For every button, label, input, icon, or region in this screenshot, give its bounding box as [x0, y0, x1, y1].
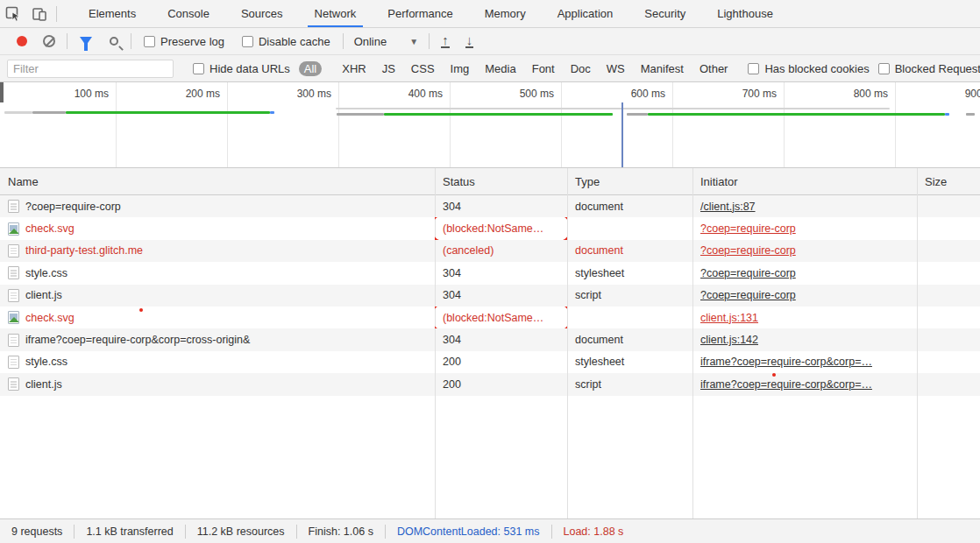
panel-tab-application[interactable]: Application: [545, 0, 626, 27]
import-har-icon[interactable]: ↑: [441, 35, 450, 48]
column-header-type[interactable]: Type: [567, 175, 692, 188]
column-divider[interactable]: [567, 168, 568, 518]
table-row[interactable]: iframe?coep=require-corp&corp=cross-orig…: [0, 328, 980, 350]
request-status-cell[interactable]: 304: [435, 262, 567, 284]
table-row[interactable]: style.css 304 stylesheet ?coep=require-c…: [0, 262, 980, 284]
filter-type-manifest[interactable]: Manifest: [641, 62, 684, 75]
request-size-cell[interactable]: [917, 285, 980, 307]
table-row[interactable]: check.svg (blocked:NotSame… ?coep=requir…: [0, 217, 980, 239]
checkbox-box[interactable]: [144, 36, 155, 47]
request-size-cell[interactable]: [917, 307, 980, 328]
request-type-cell[interactable]: stylesheet: [567, 351, 692, 373]
disable-cache-checkbox[interactable]: Disable cache: [242, 35, 330, 48]
filter-type-other[interactable]: Other: [699, 62, 728, 75]
table-row[interactable]: style.css 200 stylesheet iframe?coep=req…: [0, 351, 980, 373]
overview-left-handle[interactable]: [0, 82, 4, 102]
request-size-cell[interactable]: [917, 328, 980, 350]
request-initiator-cell[interactable]: /client.js:87: [692, 195, 917, 217]
request-initiator-cell[interactable]: ?coep=require-corp: [692, 217, 917, 239]
filter-type-js[interactable]: JS: [382, 62, 395, 75]
filter-input[interactable]: [7, 60, 174, 78]
checkbox-box[interactable]: [242, 36, 253, 47]
request-type-cell[interactable]: document: [567, 195, 692, 217]
initiator-link[interactable]: iframe?coep=require-corp&corp=…: [700, 356, 872, 368]
request-size-cell[interactable]: [917, 351, 980, 373]
initiator-link[interactable]: iframe?coep=require-corp&corp=…: [700, 378, 872, 391]
request-size-cell[interactable]: [917, 195, 980, 217]
request-size-cell[interactable]: [917, 262, 980, 284]
column-header-size[interactable]: Size: [917, 175, 980, 188]
filter-type-ws[interactable]: WS: [607, 62, 625, 75]
table-row[interactable]: client.js 304 script ?coep=require-corp: [0, 285, 980, 307]
has-blocked-cookies-checkbox[interactable]: Has blocked cookies: [748, 62, 869, 75]
request-name-cell[interactable]: check.svg: [0, 307, 435, 328]
request-type-cell[interactable]: document: [567, 328, 692, 350]
column-header-name[interactable]: Name: [0, 175, 435, 188]
filter-type-img[interactable]: Img: [451, 62, 470, 75]
request-name-cell[interactable]: style.css: [0, 351, 435, 373]
panel-tab-console[interactable]: Console: [155, 0, 222, 27]
table-row[interactable]: ?coep=require-corp 304 document /client.…: [0, 195, 980, 217]
table-row[interactable]: check.svg (blocked:NotSame… client.js:13…: [0, 307, 980, 328]
filter-type-xhr[interactable]: XHR: [342, 62, 366, 75]
column-divider[interactable]: [692, 168, 693, 518]
initiator-link[interactable]: ?coep=require-corp: [700, 222, 796, 235]
filter-type-all[interactable]: All: [299, 61, 322, 76]
record-network-log-icon[interactable]: [17, 36, 27, 46]
request-initiator-cell[interactable]: ?coep=require-corp: [692, 285, 917, 307]
request-name-cell[interactable]: style.css: [0, 262, 435, 284]
filter-funnel-icon[interactable]: [80, 37, 92, 46]
request-status-cell[interactable]: 200: [435, 373, 567, 395]
clear-network-log-icon[interactable]: [43, 35, 55, 47]
network-overview-timeline[interactable]: 100 ms200 ms300 ms400 ms500 ms600 ms700 …: [0, 82, 980, 168]
filter-type-css[interactable]: CSS: [411, 62, 435, 75]
column-header-initiator[interactable]: Initiator: [692, 175, 917, 188]
column-divider[interactable]: [435, 168, 436, 518]
filter-type-media[interactable]: Media: [485, 62, 515, 75]
request-size-cell[interactable]: [917, 240, 980, 262]
request-type-cell[interactable]: stylesheet: [567, 262, 692, 284]
request-name-cell[interactable]: client.js: [0, 285, 435, 307]
request-type-cell[interactable]: [567, 307, 692, 328]
table-row[interactable]: third-party-test.glitch.me (canceled) do…: [0, 240, 980, 262]
request-size-cell[interactable]: [917, 217, 980, 239]
request-initiator-cell[interactable]: client.js:131: [692, 307, 917, 328]
initiator-link[interactable]: ?coep=require-corp: [700, 244, 796, 257]
table-row[interactable]: client.js 200 script iframe?coep=require…: [0, 373, 980, 395]
checkbox-box[interactable]: [748, 63, 759, 74]
request-status-cell[interactable]: 304: [435, 328, 567, 350]
hide-data-urls-checkbox[interactable]: Hide data URLs: [193, 62, 290, 75]
column-divider[interactable]: [917, 168, 918, 518]
request-name-cell[interactable]: check.svg: [0, 217, 435, 239]
checkbox-box[interactable]: [878, 63, 890, 74]
initiator-link[interactable]: client.js:131: [700, 312, 758, 324]
request-status-cell[interactable]: 304: [435, 195, 567, 217]
device-toolbar-icon[interactable]: [26, 3, 53, 25]
request-status-cell[interactable]: 304: [435, 285, 567, 307]
checkbox-box[interactable]: [193, 63, 204, 74]
panel-tab-lighthouse[interactable]: Lighthouse: [705, 0, 785, 27]
inspect-element-icon[interactable]: [0, 3, 26, 25]
request-status-cell[interactable]: (blocked:NotSame…: [435, 217, 567, 239]
initiator-link[interactable]: /client.js:87: [700, 201, 756, 213]
request-initiator-cell[interactable]: ?coep=require-corp: [692, 262, 917, 284]
request-initiator-cell[interactable]: ?coep=require-corp: [692, 240, 917, 262]
request-name-cell[interactable]: third-party-test.glitch.me: [0, 240, 435, 262]
request-size-cell[interactable]: [917, 373, 980, 395]
request-initiator-cell[interactable]: iframe?coep=require-corp&corp=…: [692, 351, 917, 373]
column-header-status[interactable]: Status: [435, 175, 567, 188]
filter-type-font[interactable]: Font: [532, 62, 555, 75]
request-status-cell[interactable]: 200: [435, 351, 567, 373]
search-icon[interactable]: [110, 37, 118, 46]
request-status-cell[interactable]: (blocked:NotSame…: [435, 307, 567, 328]
panel-tab-memory[interactable]: Memory: [472, 0, 538, 27]
request-type-cell[interactable]: [567, 217, 692, 239]
initiator-link[interactable]: ?coep=require-corp: [700, 267, 796, 279]
request-type-cell[interactable]: script: [567, 373, 692, 395]
initiator-link[interactable]: client.js:142: [700, 334, 758, 346]
panel-tab-security[interactable]: Security: [632, 0, 698, 27]
initiator-link[interactable]: ?coep=require-corp: [700, 289, 796, 301]
filter-type-doc[interactable]: Doc: [571, 62, 591, 75]
request-type-cell[interactable]: document: [567, 240, 692, 262]
request-type-cell[interactable]: script: [567, 285, 692, 307]
